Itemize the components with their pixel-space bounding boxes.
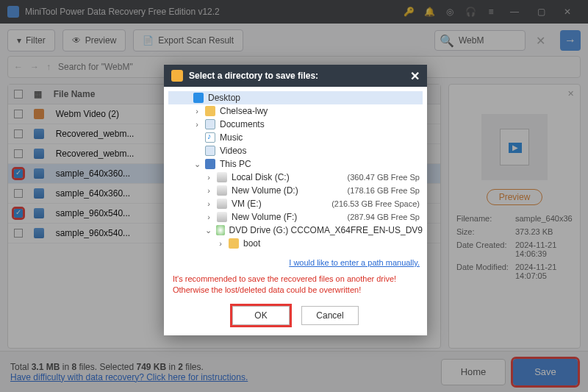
dialog-title: Select a directory to save files: <box>189 71 318 81</box>
music-icon <box>205 132 215 143</box>
chevron-right-icon[interactable]: › <box>205 199 212 208</box>
chevron-down-icon[interactable]: ⌄ <box>205 226 212 235</box>
tree-label: Music <box>220 132 243 143</box>
folder-icon <box>229 238 239 249</box>
tree-node-videos[interactable]: Videos <box>168 144 423 157</box>
free-space: (216.53 GB Free Space) <box>331 199 423 208</box>
chevron-right-icon[interactable]: › <box>205 173 212 182</box>
tree-label: New Volume (D:) <box>232 185 298 196</box>
dvd-icon <box>216 225 225 235</box>
free-space: (287.94 GB Free Sp <box>348 213 423 221</box>
tree-node-local-c[interactable]: ›Local Disk (C:)(360.47 GB Free Sp <box>168 171 423 184</box>
tree-label: New Volume (F:) <box>232 212 297 222</box>
tree-node-vm-e[interactable]: ›VM (E:)(216.53 GB Free Space) <box>168 197 423 210</box>
tree-label: DVD Drive (G:) CCCOMA_X64FRE_EN-US_DV9 <box>229 225 423 235</box>
pc-icon <box>205 159 215 169</box>
dialog-warning: It's recommended to save the recovered f… <box>164 271 427 302</box>
tree-label: Desktop <box>208 93 240 103</box>
dialog-close-icon[interactable]: ✕ <box>410 69 420 83</box>
free-space: (178.16 GB Free Sp <box>348 186 423 195</box>
tree-label: Local Disk (C:) <box>232 172 290 182</box>
chevron-right-icon[interactable]: › <box>193 120 201 129</box>
chevron-right-icon[interactable]: › <box>205 186 212 195</box>
drive-icon <box>217 185 227 196</box>
tree-node-user[interactable]: ›Chelsea-lwy <box>168 104 423 118</box>
tree-label: Videos <box>220 146 246 156</box>
tree-label: Documents <box>220 119 265 129</box>
dialog-icon <box>171 70 183 82</box>
save-directory-dialog: Select a directory to save files: ✕ Desk… <box>164 65 427 335</box>
chevron-right-icon[interactable]: › <box>205 213 212 221</box>
tree-node-desktop[interactable]: Desktop <box>168 91 423 104</box>
manual-path-link[interactable]: I would like to enter a path manually. <box>289 258 420 267</box>
dialog-ok-button[interactable]: OK <box>232 306 290 325</box>
tree-node-documents[interactable]: ›Documents <box>168 118 423 131</box>
tree-node-boot[interactable]: ›boot <box>168 237 423 250</box>
tree-label: This PC <box>220 159 251 169</box>
chevron-right-icon[interactable]: › <box>217 239 224 248</box>
tree-label: Chelsea-lwy <box>220 106 268 116</box>
chevron-right-icon[interactable]: › <box>193 107 201 115</box>
drive-icon <box>217 212 227 222</box>
tree-label: boot <box>243 238 260 249</box>
documents-icon <box>205 119 215 129</box>
folder-tree: Desktop ›Chelsea-lwy ›Documents Music Vi… <box>164 87 427 254</box>
drive-icon <box>217 172 227 182</box>
tree-label: VM (E:) <box>232 199 262 209</box>
tree-node-vol-f[interactable]: ›New Volume (F:)(287.94 GB Free Sp <box>168 210 423 224</box>
desktop-icon <box>193 93 204 103</box>
tree-node-music[interactable]: Music <box>168 131 423 144</box>
tree-node-thispc[interactable]: ⌄This PC <box>168 157 423 171</box>
folder-icon <box>205 106 215 116</box>
tree-node-vol-d[interactable]: ›New Volume (D:)(178.16 GB Free Sp <box>168 184 423 197</box>
dialog-title-bar: Select a directory to save files: ✕ <box>164 65 427 87</box>
dialog-cancel-button[interactable]: Cancel <box>301 306 359 325</box>
free-space: (360.47 GB Free Sp <box>348 173 423 182</box>
drive-icon <box>217 199 227 209</box>
tree-node-dvd-g[interactable]: ⌄DVD Drive (G:) CCCOMA_X64FRE_EN-US_DV9 <box>168 224 423 237</box>
chevron-down-icon[interactable]: ⌄ <box>193 160 201 169</box>
videos-icon <box>205 146 215 156</box>
